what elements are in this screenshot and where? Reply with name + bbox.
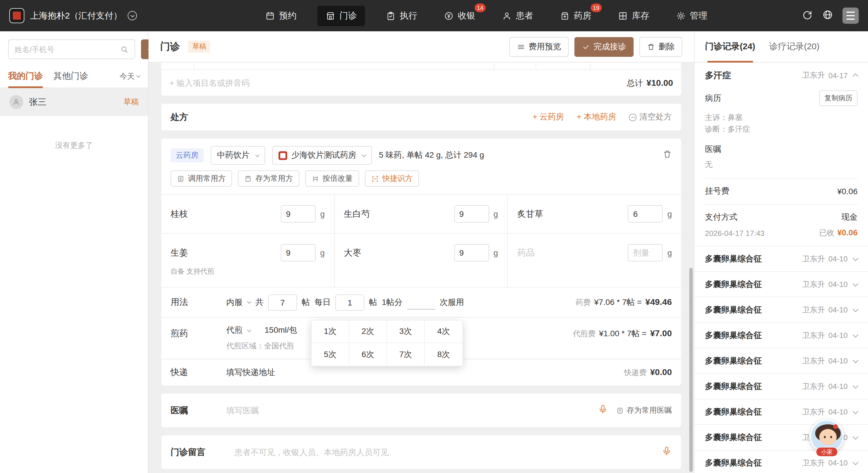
quick-recognize-button[interactable]: 快捷识方 — [365, 170, 419, 187]
times-option[interactable]: 6次 — [349, 343, 387, 366]
assistant-eye — [830, 436, 832, 438]
herb-name-placeholder[interactable]: 药品 — [517, 247, 535, 258]
tab-my-outpatient[interactable]: 我的门诊 — [8, 65, 43, 88]
add-local-pharmacy-link[interactable]: + 本地药房 — [577, 112, 616, 122]
nav-item-appointments[interactable]: 预约 — [259, 5, 302, 26]
check-icon — [582, 43, 590, 51]
times-option[interactable]: 1次 — [312, 320, 349, 343]
globe-icon[interactable] — [822, 9, 833, 22]
add-cloud-pharmacy-link[interactable]: + 云药房 — [533, 112, 564, 122]
times-option[interactable]: 4次 — [425, 320, 462, 343]
patient-list-item[interactable]: 张三 草稿 — [0, 88, 148, 116]
clear-prescription-link[interactable]: 清空处方 — [629, 112, 672, 122]
patient-search-input[interactable] — [14, 45, 117, 54]
route-select[interactable]: 内服 — [226, 297, 251, 307]
record-item[interactable]: 多囊卵巢综合征 卫东升04-10 — [694, 348, 868, 373]
record-item[interactable]: 多囊卵巢综合征 卫东升04-10 — [694, 271, 868, 297]
advice-label: 医嘱 — [170, 405, 226, 416]
message-input[interactable] — [235, 447, 661, 457]
coin-icon — [444, 11, 454, 21]
herb-unit: g — [320, 248, 325, 257]
nav-item-patients[interactable]: 患者 — [496, 5, 539, 26]
times-option[interactable]: 2次 — [349, 320, 387, 343]
microphone-icon[interactable] — [598, 404, 608, 417]
nav-item-execution[interactable]: 执行 — [380, 5, 423, 26]
delete-button[interactable]: 删除 — [640, 37, 682, 57]
times-option[interactable]: 3次 — [387, 320, 425, 343]
herb-type-select[interactable]: 中药饮片 — [211, 146, 265, 165]
total-ties-input[interactable] — [268, 294, 297, 310]
doc-import-icon — [177, 175, 185, 182]
chevron-down-icon — [852, 281, 859, 286]
copy-case-button[interactable]: 复制病历 — [819, 91, 858, 106]
nav-item-inventory[interactable]: 库存 — [612, 5, 655, 26]
advice-input[interactable] — [226, 406, 598, 415]
patient-status: 草稿 — [124, 97, 139, 107]
pack-size-select[interactable]: 150ml/包 — [265, 325, 297, 336]
record-item[interactable]: 多囊卵巢综合征 卫东升04-10 — [694, 246, 868, 271]
nav-item-pharmacy[interactable]: 19 药房 — [554, 5, 597, 26]
record-item[interactable]: 多囊卵巢综合征 卫东升04-10 — [694, 297, 868, 322]
tie-unit: 帖 — [369, 297, 377, 307]
herb-grid: 桂枝 g 生白芍 g — [161, 195, 681, 287]
times-option[interactable]: 7次 — [387, 343, 425, 366]
chevron-down-icon — [852, 306, 859, 312]
outpatient-main: 门诊 草稿 费用预览 完成接诊 删除 — [149, 31, 694, 473]
diagnosis: 诊断：多汗症 — [705, 124, 858, 135]
pharmacy-select[interactable]: 少海饮片测试药房 — [272, 146, 372, 165]
microphone-icon[interactable] — [661, 446, 672, 459]
record-item[interactable]: 多囊卵巢综合征 卫东升04-10 — [694, 322, 868, 348]
herb-qty-input[interactable] — [628, 205, 662, 223]
date-filter[interactable]: 今天 — [120, 71, 140, 81]
split-suffix: 次服用 — [440, 297, 464, 307]
herb-qty-input[interactable] — [628, 244, 662, 262]
record-item[interactable]: 多囊卵巢综合征 卫东升04-10 — [694, 373, 868, 399]
save-common-rx-button[interactable]: 存为常用方 — [238, 170, 300, 187]
assistant-widget[interactable]: 小家 — [810, 420, 844, 453]
tab-outpatient-records[interactable]: 门诊记录(24) — [705, 31, 755, 62]
nav-item-management[interactable]: 管理 — [670, 5, 713, 26]
times-option[interactable]: 8次 — [425, 343, 462, 366]
vertical-scrollbar[interactable] — [689, 268, 693, 472]
item-search-input[interactable] — [169, 78, 627, 88]
refresh-icon[interactable] — [802, 9, 813, 22]
herb-qty-input[interactable] — [281, 244, 316, 262]
menu-icon[interactable] — [842, 7, 859, 24]
record-doctor: 卫东升 — [802, 254, 825, 264]
nav-item-cashier[interactable]: 14 收银 — [438, 5, 481, 26]
herb-cell: 大枣 g — [335, 234, 508, 287]
route-value: 内服 — [226, 297, 243, 307]
app-logo — [9, 8, 24, 23]
delete-prescription-icon[interactable] — [662, 149, 672, 161]
decoct-method-select[interactable]: 代煎 — [226, 325, 251, 336]
record-item[interactable]: 多囊卵巢综合征 卫东升04-10 — [694, 450, 868, 473]
record-header[interactable]: 多汗症 卫东升 04-17 — [705, 63, 858, 88]
avatar — [9, 95, 23, 109]
delivery-label: 快递 — [170, 367, 226, 378]
scale-dose-button[interactable]: 按倍改量 — [305, 170, 359, 187]
fee-label: 药费 — [576, 297, 591, 308]
decoct-region-note: 代煎区域：全国代煎 — [226, 341, 297, 351]
nav-item-outpatient[interactable]: 门诊 — [317, 5, 365, 26]
clinic-switch-icon[interactable] — [128, 11, 137, 20]
herb-unit: g — [667, 248, 672, 257]
save-common-advice-button[interactable]: 存为常用医嘱 — [616, 405, 672, 416]
charge-items-card: 总计 ¥10.00 — [161, 63, 681, 96]
herb-unit: g — [493, 209, 498, 218]
times-option[interactable]: 5次 — [312, 343, 349, 366]
delivery-address-field[interactable]: 填写快递地址 — [226, 367, 275, 378]
load-common-rx-button[interactable]: 调用常用方 — [170, 170, 232, 187]
daily-ties-input[interactable] — [335, 294, 364, 310]
fee-preview-button[interactable]: 费用预览 — [509, 37, 568, 57]
tab-treatment-records[interactable]: 诊疗记录(20) — [769, 31, 819, 62]
main-header: 门诊 草稿 费用预览 完成接诊 删除 — [149, 31, 694, 63]
finish-reception-button[interactable]: 完成接诊 — [575, 37, 633, 57]
assistant-name-badge: 小家 — [816, 447, 838, 457]
times-per-tie-input[interactable] — [407, 295, 435, 309]
herb-qty-input[interactable] — [281, 205, 316, 223]
herb-qty-input[interactable] — [454, 205, 489, 223]
clinic-switcher[interactable]: 上海抱朴2（汇付支付） — [9, 8, 183, 23]
tab-other-outpatient[interactable]: 其他门诊 — [53, 65, 88, 88]
nav-label: 收银 — [458, 10, 475, 21]
herb-qty-input[interactable] — [454, 244, 489, 262]
